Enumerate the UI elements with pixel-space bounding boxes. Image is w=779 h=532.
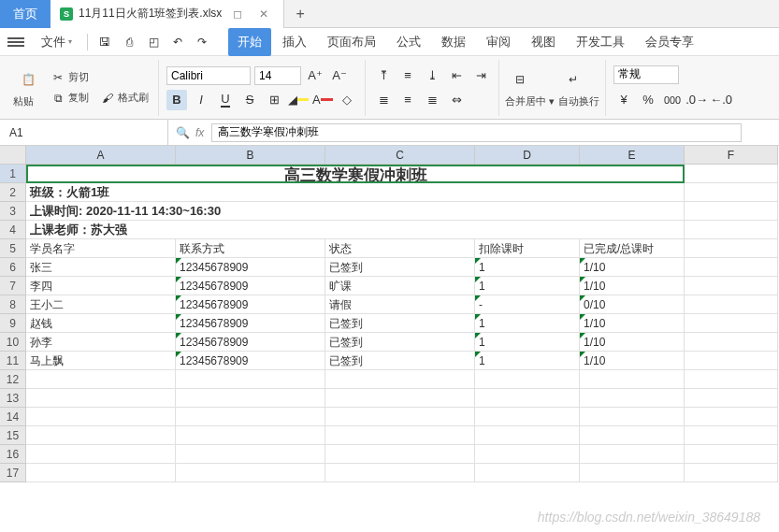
tab-detach-icon[interactable]: ◻: [227, 7, 248, 21]
number-format-select[interactable]: [613, 65, 679, 84]
cell[interactable]: [176, 389, 325, 408]
cell[interactable]: [26, 464, 176, 482]
align-center-button[interactable]: ≡: [397, 90, 418, 110]
search-icon[interactable]: 🔍: [176, 126, 190, 139]
cell[interactable]: 李四: [26, 277, 176, 295]
cell[interactable]: 孙李: [26, 333, 176, 352]
cell[interactable]: 12345678909: [176, 277, 325, 295]
underline-button[interactable]: U: [215, 90, 236, 110]
cell[interactable]: 已签到: [325, 258, 475, 277]
cut-button[interactable]: ✂剪切: [47, 68, 152, 87]
cell[interactable]: [475, 445, 580, 464]
currency-button[interactable]: ¥: [613, 90, 634, 110]
cell-reference[interactable]: A1: [0, 120, 168, 146]
align-middle-button[interactable]: ≡: [397, 65, 418, 86]
cell[interactable]: 1/10: [580, 314, 685, 333]
cell[interactable]: 扣除课时: [475, 239, 580, 258]
menu-page-layout[interactable]: 页面布局: [318, 28, 385, 56]
cell[interactable]: [685, 352, 778, 370]
cell[interactable]: 1: [475, 333, 580, 352]
row-header[interactable]: 13: [0, 389, 26, 408]
redo-button[interactable]: ↷: [191, 33, 213, 51]
cell[interactable]: 请假: [325, 295, 475, 314]
cell[interactable]: 上课时间: 2020-11-11 14:30~16:30: [26, 202, 685, 221]
cell[interactable]: [26, 389, 176, 408]
cell[interactable]: [325, 389, 475, 408]
cell[interactable]: 1/10: [580, 277, 685, 295]
row-header[interactable]: 15: [0, 426, 26, 445]
hamburger-icon[interactable]: [7, 37, 24, 47]
col-header[interactable]: D: [475, 146, 580, 165]
cell[interactable]: 1: [475, 352, 580, 370]
cell[interactable]: [685, 239, 778, 258]
col-header[interactable]: E: [580, 146, 685, 165]
cell[interactable]: [685, 258, 778, 277]
align-right-button[interactable]: ≣: [422, 90, 442, 110]
inc-decimal-button[interactable]: .0→: [686, 90, 707, 110]
cell[interactable]: 12345678909: [176, 333, 325, 352]
cell[interactable]: 张三: [26, 258, 176, 277]
cell[interactable]: [325, 464, 475, 482]
cell[interactable]: [325, 426, 475, 445]
fx-icon[interactable]: fx: [195, 126, 204, 139]
cells-area[interactable]: 高三数学寒假冲刺班班级：火箭1班上课时间: 2020-11-11 14:30~1…: [26, 165, 778, 482]
menu-dev[interactable]: 开发工具: [567, 28, 634, 56]
menu-file[interactable]: 文件▾: [32, 28, 81, 56]
cell[interactable]: 12345678909: [176, 352, 325, 370]
cell[interactable]: [685, 165, 778, 183]
cell[interactable]: [325, 370, 475, 389]
cell[interactable]: [325, 445, 475, 464]
cell[interactable]: 1/10: [580, 333, 685, 352]
cell[interactable]: [26, 426, 176, 445]
cell[interactable]: [685, 295, 778, 314]
cell[interactable]: 状态: [325, 239, 475, 258]
align-left-button[interactable]: ≣: [373, 90, 394, 110]
percent-button[interactable]: %: [638, 90, 658, 110]
cell[interactable]: 马上飘: [26, 352, 176, 370]
undo-button[interactable]: ↶: [166, 33, 189, 51]
border-button[interactable]: ⊞: [264, 90, 284, 110]
row-header[interactable]: 16: [0, 445, 26, 464]
bold-button[interactable]: B: [166, 90, 187, 110]
strike-button[interactable]: S: [239, 90, 260, 110]
cell[interactable]: 已完成/总课时: [580, 239, 685, 258]
menu-view[interactable]: 视图: [522, 28, 565, 56]
cell[interactable]: [176, 408, 325, 426]
row-header[interactable]: 14: [0, 408, 26, 426]
cell[interactable]: [26, 370, 176, 389]
cell[interactable]: [176, 370, 325, 389]
cell[interactable]: [685, 221, 778, 239]
cell[interactable]: 班级：火箭1班: [26, 183, 685, 202]
cell[interactable]: 12345678909: [176, 295, 325, 314]
cell[interactable]: [26, 408, 176, 426]
menu-vip[interactable]: 会员专享: [636, 28, 703, 56]
cell[interactable]: 1: [475, 277, 580, 295]
cell[interactable]: 学员名字: [26, 239, 176, 258]
cell[interactable]: [475, 426, 580, 445]
cell[interactable]: [475, 464, 580, 482]
cell[interactable]: [580, 464, 685, 482]
cell[interactable]: [475, 370, 580, 389]
font-family-select[interactable]: [166, 66, 251, 85]
cell[interactable]: [685, 408, 778, 426]
indent-dec-button[interactable]: ⇤: [446, 65, 467, 86]
row-header[interactable]: 12: [0, 370, 26, 389]
row-header[interactable]: 3: [0, 202, 26, 221]
align-top-button[interactable]: ⤒: [373, 65, 394, 86]
cell[interactable]: 12345678909: [176, 258, 325, 277]
formula-input[interactable]: [211, 123, 742, 142]
cell[interactable]: [685, 389, 778, 408]
menu-insert[interactable]: 插入: [273, 28, 316, 56]
cell[interactable]: [685, 370, 778, 389]
row-header[interactable]: 10: [0, 333, 26, 352]
toolbar-shortcut-2[interactable]: ⎙: [118, 33, 140, 51]
row-header[interactable]: 11: [0, 352, 26, 370]
add-tab-button[interactable]: +: [284, 6, 315, 22]
toolbar-shortcut-3[interactable]: ◰: [142, 33, 165, 51]
menu-start[interactable]: 开始: [228, 28, 271, 56]
row-header[interactable]: 6: [0, 258, 26, 277]
cell[interactable]: [685, 202, 778, 221]
cell[interactable]: [685, 333, 778, 352]
cell[interactable]: 已签到: [325, 352, 475, 370]
cell[interactable]: 12345678909: [176, 314, 325, 333]
